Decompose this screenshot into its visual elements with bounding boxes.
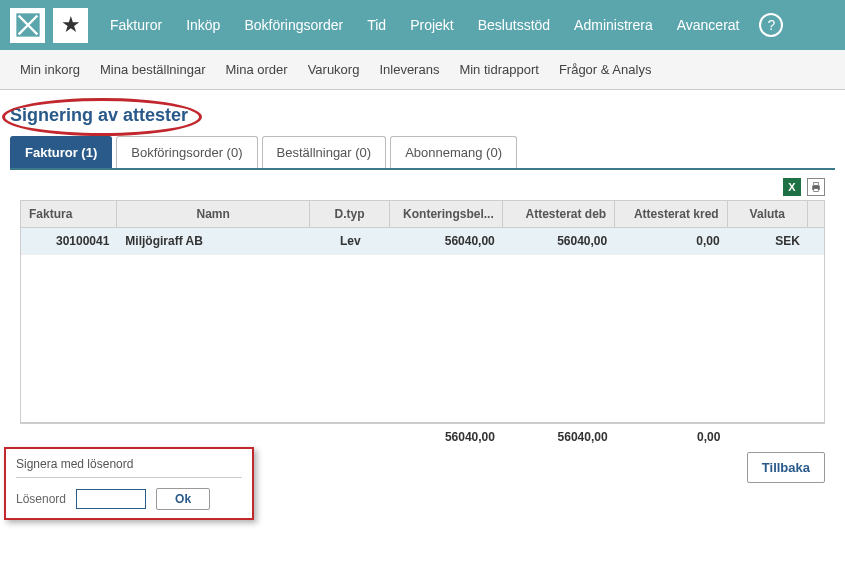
table-header-row: Faktura Namn D.typ Konteringsbel... Atte… bbox=[21, 201, 825, 228]
nav-fakturor[interactable]: Fakturor bbox=[98, 17, 174, 33]
favorites-button[interactable]: ★ bbox=[53, 8, 88, 43]
nav-projekt[interactable]: Projekt bbox=[398, 17, 466, 33]
ok-button[interactable]: Ok bbox=[156, 488, 210, 510]
nav-tid[interactable]: Tid bbox=[355, 17, 398, 33]
tab-bokforingsorder[interactable]: Bokföringsorder (0) bbox=[116, 136, 257, 168]
sign-title: Signera med lösenord bbox=[16, 457, 242, 478]
tab-abonnemang[interactable]: Abonnemang (0) bbox=[390, 136, 517, 168]
sign-password-box: Signera med lösenord Lösenord Ok bbox=[4, 447, 254, 520]
tab-bestallningar[interactable]: Beställningar (0) bbox=[262, 136, 387, 168]
cell-valuta: SEK bbox=[728, 228, 808, 255]
svg-rect-2 bbox=[814, 183, 819, 186]
subnav-mina-bestallningar[interactable]: Mina beställningar bbox=[100, 62, 206, 77]
th-attesterat-deb[interactable]: Attesterat deb bbox=[502, 201, 614, 228]
password-label: Lösenord bbox=[16, 492, 66, 506]
cell-attesterat-deb: 56040,00 bbox=[503, 228, 615, 255]
top-navbar: ★ Fakturor Inköp Bokföringsorder Tid Pro… bbox=[0, 0, 845, 50]
back-button[interactable]: Tillbaka bbox=[747, 452, 825, 483]
nav-bokforingsorder[interactable]: Bokföringsorder bbox=[232, 17, 355, 33]
print-icon[interactable] bbox=[807, 178, 825, 196]
cell-konteringsbel: 56040,00 bbox=[390, 228, 502, 255]
page-title-area: Signering av attester bbox=[0, 90, 845, 136]
table-row[interactable]: 30100041 Miljögiraff AB Lev 56040,00 560… bbox=[21, 228, 824, 255]
subnav-min-inkorg[interactable]: Min inkorg bbox=[20, 62, 80, 77]
th-valuta[interactable]: Valuta bbox=[727, 201, 807, 228]
cell-dtyp: Lev bbox=[310, 228, 390, 255]
actions-row: Tillbaka bbox=[727, 440, 845, 495]
svg-rect-3 bbox=[814, 189, 819, 192]
logo-icon bbox=[14, 11, 42, 39]
subnav-inleverans[interactable]: Inleverans bbox=[379, 62, 439, 77]
nav-avancerat[interactable]: Avancerat bbox=[665, 17, 752, 33]
subnav-min-tidrapport[interactable]: Min tidrapport bbox=[459, 62, 538, 77]
table-body-area[interactable]: 30100041 Miljögiraff AB Lev 56040,00 560… bbox=[20, 228, 825, 423]
tab-fakturor[interactable]: Fakturor (1) bbox=[10, 136, 112, 168]
app-logo bbox=[10, 8, 45, 43]
sub-navbar: Min inkorg Mina beställningar Mina order… bbox=[0, 50, 845, 90]
page-title: Signering av attester bbox=[10, 105, 188, 126]
nav-administrera[interactable]: Administrera bbox=[562, 17, 665, 33]
th-faktura[interactable]: Faktura bbox=[21, 201, 117, 228]
th-namn[interactable]: Namn bbox=[117, 201, 310, 228]
subnav-mina-order[interactable]: Mina order bbox=[225, 62, 287, 77]
star-icon: ★ bbox=[61, 12, 81, 38]
nav-beslutsstod[interactable]: Beslutsstöd bbox=[466, 17, 562, 33]
th-attesterat-kred[interactable]: Attesterat kred bbox=[615, 201, 727, 228]
nav-inkop[interactable]: Inköp bbox=[174, 17, 232, 33]
export-excel-icon[interactable]: X bbox=[783, 178, 801, 196]
subnav-fragor-analys[interactable]: Frågor & Analys bbox=[559, 62, 652, 77]
help-icon[interactable]: ? bbox=[759, 13, 783, 37]
invoice-table: Faktura Namn D.typ Konteringsbel... Atte… bbox=[20, 200, 825, 450]
table-toolbar: X bbox=[0, 170, 845, 200]
cell-attesterat-kred: 0,00 bbox=[615, 228, 727, 255]
cell-faktura: 30100041 bbox=[21, 228, 117, 255]
cell-namn: Miljögiraff AB bbox=[117, 228, 310, 255]
tab-bar: Fakturor (1) Bokföringsorder (0) Beställ… bbox=[10, 136, 835, 170]
th-extra bbox=[807, 201, 824, 228]
th-konteringsbel[interactable]: Konteringsbel... bbox=[390, 201, 503, 228]
subnav-varukorg[interactable]: Varukorg bbox=[308, 62, 360, 77]
password-input[interactable] bbox=[76, 489, 146, 509]
th-dtyp[interactable]: D.typ bbox=[309, 201, 389, 228]
